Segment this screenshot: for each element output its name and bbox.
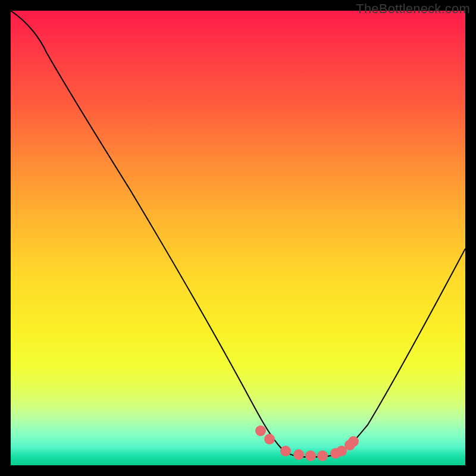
bottleneck-chart (11, 11, 465, 465)
svg-point-0 (255, 425, 266, 436)
highlighted-points (255, 425, 359, 461)
svg-point-5 (317, 450, 328, 461)
svg-point-2 (280, 446, 291, 456)
svg-point-3 (293, 449, 304, 460)
bottleneck-curve (11, 11, 465, 457)
watermark-text: TheBottleneck.com (356, 1, 470, 17)
svg-point-4 (305, 450, 316, 461)
svg-point-9 (348, 436, 359, 447)
chart-frame (11, 11, 465, 465)
svg-point-1 (264, 434, 275, 444)
